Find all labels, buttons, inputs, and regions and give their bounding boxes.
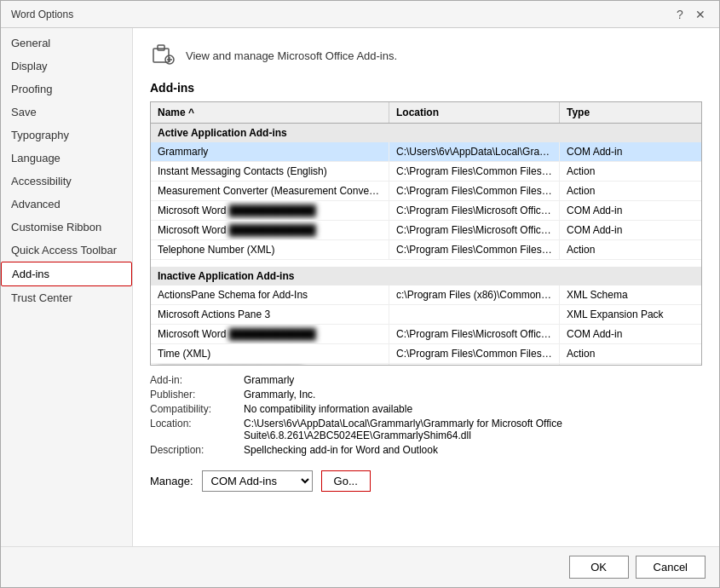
cell-location: C:\Program Files\Microsoft Office\ro [389, 364, 560, 365]
cell-type: Action [560, 344, 701, 363]
table-row[interactable]: Microsoft Word ████████████ C:\Program F… [151, 201, 701, 221]
cell-location: C:\Program Files\Common Files\Micr [389, 344, 560, 363]
description-value: Spellchecking add-in for Word and Outloo… [244, 444, 702, 456]
cell-name: Grammarly [151, 142, 389, 161]
info-row-compatibility: Compatibility: No compatibility informat… [150, 403, 702, 415]
cell-name: Instant Messaging Contacts (English) [151, 162, 389, 181]
svg-rect-1 [158, 45, 164, 50]
sidebar-item-save[interactable]: Save [1, 101, 132, 124]
cell-location: C:\Program Files\Common Files\Micr [389, 162, 560, 181]
cell-location [389, 305, 560, 324]
sidebar: General Display Proofing Save Typography… [1, 28, 133, 546]
info-row-addin: Add-in: Grammarly [150, 374, 702, 386]
compatibility-value: No compatibility information available [244, 403, 702, 415]
add-ins-icon [150, 42, 177, 69]
close-button[interactable]: ✕ [692, 6, 709, 23]
cell-name: Telephone Number (XML) [151, 240, 389, 259]
cell-name: Time (XML) [151, 344, 389, 363]
title-bar-controls: ? ✕ [671, 6, 709, 23]
word-options-dialog: Word Options ? ✕ General Display Proofin… [0, 0, 720, 588]
cell-name: Microsoft Word ████████████ [151, 201, 389, 220]
manage-label: Manage: [150, 475, 193, 487]
cell-type: COM Add-in [560, 325, 701, 343]
sidebar-item-typography[interactable]: Typography [1, 124, 132, 147]
go-button[interactable]: Go... [321, 470, 371, 492]
description-label: Description: [150, 444, 244, 456]
cell-name: ActionsPane Schema for Add-Ins [151, 285, 389, 304]
table-row[interactable]: Telephone Number (XML) C:\Program Files\… [151, 240, 701, 260]
cancel-button[interactable]: Cancel [636, 556, 706, 579]
cell-name: ████████████████████ [151, 364, 389, 365]
sidebar-item-customise-ribbon[interactable]: Customise Ribbon [1, 216, 132, 239]
sidebar-item-accessibility[interactable]: Accessibility [1, 170, 132, 193]
cell-type: Action [560, 182, 701, 200]
cell-name: Measurement Converter (Measurement Conve… [151, 182, 389, 200]
compatibility-label: Compatibility: [150, 403, 244, 415]
cell-location: C:\Program Files\Microsoft Office\ro [389, 221, 560, 239]
cell-type: Action [560, 162, 701, 181]
info-row-location: Location: C:\Users\6v\AppData\Local\Gram… [150, 418, 702, 441]
sidebar-item-display[interactable]: Display [1, 55, 132, 78]
dialog-body: General Display Proofing Save Typography… [1, 28, 719, 546]
table-row[interactable]: Time (XML) C:\Program Files\Common Files… [151, 344, 701, 364]
cell-type: COM Add-in [560, 364, 701, 365]
table-row[interactable]: Instant Messaging Contacts (English) C:\… [151, 162, 701, 182]
col-name: Name ^ [151, 102, 389, 123]
location-label: Location: [150, 418, 244, 441]
cell-location: C:\Program Files\Common Files\Micr [389, 240, 560, 259]
cell-type: COM Add-in [560, 142, 701, 161]
sidebar-item-advanced[interactable]: Advanced [1, 193, 132, 216]
sidebar-item-general[interactable]: General [1, 32, 132, 55]
cell-type: Action [560, 240, 701, 259]
help-button[interactable]: ? [671, 6, 688, 23]
table-scroll[interactable]: Active Application Add-ins Grammarly C:\… [151, 124, 701, 365]
col-location: Location [389, 102, 560, 123]
table-row[interactable]: Microsoft Actions Pane 3 XML Expansion P… [151, 305, 701, 325]
section-active-header: Active Application Add-ins [151, 124, 701, 142]
sidebar-item-language[interactable]: Language [1, 147, 132, 170]
dialog-footer: OK Cancel [1, 546, 719, 587]
cell-name: Microsoft Word ████████████ [151, 325, 389, 343]
cell-type: COM Add-in [560, 201, 701, 220]
add-ins-table: Name ^ Location Type Active Application … [150, 101, 702, 366]
info-panel: Add-in: Grammarly Publisher: Grammarly, … [150, 374, 702, 458]
table-row[interactable]: Microsoft Word ████████████ C:\Program F… [151, 325, 701, 344]
section-header: View and manage Microsoft Office Add-ins… [150, 42, 702, 69]
table-row[interactable]: ████████████████████ C:\Program Files\Mi… [151, 364, 701, 365]
cell-type: XML Expansion Pack [560, 305, 701, 324]
addin-label: Add-in: [150, 374, 244, 386]
cell-name: Microsoft Word ████████████ [151, 221, 389, 239]
dialog-title: Word Options [11, 9, 73, 20]
info-row-description: Description: Spellchecking add-in for Wo… [150, 444, 702, 456]
table-row[interactable]: ActionsPane Schema for Add-Ins c:\Progra… [151, 285, 701, 305]
cell-name: Microsoft Actions Pane 3 [151, 305, 389, 324]
publisher-label: Publisher: [150, 389, 244, 401]
table-row[interactable]: Microsoft Word ████████████ C:\Program F… [151, 221, 701, 240]
section-inactive-header: Inactive Application Add-ins [151, 267, 701, 285]
cell-location: C:\Program Files\Microsoft Office\ro [389, 201, 560, 220]
manage-select[interactable]: COM Add-ins Excel Add-ins Word Add-ins S… [202, 470, 313, 492]
main-content: View and manage Microsoft Office Add-ins… [133, 28, 719, 546]
table-row[interactable]: Grammarly C:\Users\6v\AppData\Local\Gram… [151, 142, 701, 162]
add-ins-label: Add-ins [150, 81, 702, 95]
cell-type: XML Schema [560, 285, 701, 304]
publisher-value: Grammarly, Inc. [244, 389, 702, 401]
cell-location: c:\Program Files (x86)\Common Files [389, 285, 560, 304]
manage-bar: Manage: COM Add-ins Excel Add-ins Word A… [150, 470, 702, 492]
table-header: Name ^ Location Type [151, 102, 701, 124]
sidebar-item-add-ins[interactable]: Add-ins [1, 262, 132, 286]
cell-type: COM Add-in [560, 221, 701, 239]
cell-location: C:\Program Files\Microsoft Office\ro [389, 325, 560, 343]
sidebar-item-trust-center[interactable]: Trust Center [1, 286, 132, 309]
table-row[interactable]: Measurement Converter (Measurement Conve… [151, 182, 701, 201]
sidebar-item-proofing[interactable]: Proofing [1, 78, 132, 101]
cell-location: C:\Users\6v\AppData\Local\Grammar [389, 142, 560, 161]
col-type: Type [560, 102, 701, 123]
cell-location: C:\Program Files\Common Files\Micr [389, 182, 560, 200]
section-description: View and manage Microsoft Office Add-ins… [186, 49, 397, 62]
addin-value: Grammarly [244, 374, 702, 386]
location-value: C:\Users\6v\AppData\Local\Grammarly\Gram… [244, 418, 702, 441]
sidebar-item-quick-access-toolbar[interactable]: Quick Access Toolbar [1, 239, 132, 262]
info-row-publisher: Publisher: Grammarly, Inc. [150, 389, 702, 401]
ok-button[interactable]: OK [569, 556, 629, 579]
